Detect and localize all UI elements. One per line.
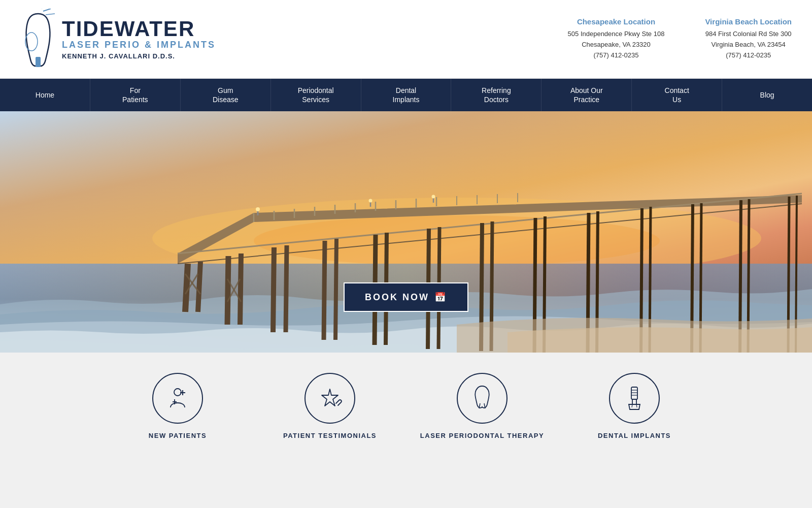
new-patients-icon-circle (152, 373, 203, 424)
book-now-button[interactable]: BOOK NOW 📅 (344, 282, 468, 312)
svg-line-20 (335, 239, 336, 340)
logo-subtitle: LASER PERIO & IMPLANTS (62, 40, 216, 51)
svg-line-1 (43, 9, 51, 11)
patient-testimonials-item[interactable]: PATIENT TESTIMONIALS (254, 373, 406, 439)
nav-gum-disease[interactable]: GumDisease (181, 79, 271, 111)
calendar-icon: 📅 (434, 292, 447, 303)
nav-home[interactable]: Home (0, 79, 90, 111)
laser-therapy-icon-circle (457, 373, 507, 424)
logo-area[interactable]: TIDEWATER LASER PERIO & IMPLANTS KENNETH… (20, 9, 216, 70)
book-now-container: BOOK NOW 📅 (344, 282, 468, 312)
nav-dental-implants[interactable]: DentalImplants (361, 79, 452, 111)
nav-contact-us[interactable]: ContactUs (632, 79, 722, 111)
book-now-label: BOOK NOW (365, 292, 429, 303)
laser-therapy-label: LASER PERIODONTAL THERAPY (420, 432, 544, 439)
tooth-laser-icon (469, 385, 495, 411)
svg-point-63 (174, 389, 181, 396)
svg-line-19 (324, 241, 325, 340)
svg-rect-0 (36, 57, 41, 67)
svg-line-13 (185, 264, 188, 312)
dental-implants-item[interactable]: DENTAL IMPLANTS (558, 373, 710, 439)
main-nav: Home ForPatients GumDisease PeriodontalS… (0, 79, 812, 111)
patient-icon (164, 385, 191, 411)
implant-icon (621, 385, 648, 411)
new-patients-label: NEW PATIENTS (149, 432, 207, 439)
nav-referring-doctors[interactable]: ReferringDoctors (451, 79, 542, 111)
chesapeake-location: Chesapeake Location 505 Independence Pkw… (568, 17, 665, 60)
va-beach-address: 984 First Colonial Rd Ste 300 Virginia B… (705, 29, 792, 60)
nav-about-practice[interactable]: About OurPractice (542, 79, 632, 111)
hero-image (0, 111, 812, 353)
site-header: TIDEWATER LASER PERIO & IMPLANTS KENNETH… (0, 0, 812, 79)
nav-periodontal-services[interactable]: PeriodontalServices (271, 79, 361, 111)
va-beach-title: Virginia Beach Location (705, 17, 792, 26)
nav-blog[interactable]: Blog (722, 79, 812, 111)
chesapeake-address: 505 Independence Pkwy Ste 108 Chesapeake… (568, 29, 665, 60)
svg-rect-75 (632, 399, 636, 404)
patient-testimonials-label: PATIENT TESTIMONIALS (283, 432, 377, 439)
svg-line-77 (636, 404, 637, 407)
svg-line-16 (240, 253, 241, 325)
svg-rect-71 (631, 387, 637, 399)
hero-section: BOOK NOW 📅 (0, 111, 812, 353)
new-patients-item[interactable]: NEW PATIENTS (101, 373, 254, 439)
chesapeake-title: Chesapeake Location (568, 17, 665, 26)
svg-line-18 (286, 245, 287, 332)
va-beach-location: Virginia Beach Location 984 First Coloni… (705, 17, 792, 60)
locations: Chesapeake Location 505 Independence Pkw… (568, 17, 792, 60)
logo-icon (20, 9, 56, 70)
svg-line-14 (198, 262, 200, 312)
svg-line-15 (227, 256, 228, 325)
logo-name: KENNETH J. CAVALLARI D.D.S. (62, 52, 216, 60)
bottom-icons-section: NEW PATIENTS PATIENT TESTIMONIALS LASER … (0, 353, 812, 455)
star-testimonials-icon (317, 385, 343, 411)
svg-line-76 (632, 404, 632, 407)
logo-text: TIDEWATER LASER PERIO & IMPLANTS KENNETH… (62, 18, 216, 60)
svg-point-46 (369, 199, 373, 203)
svg-line-17 (273, 247, 274, 332)
svg-point-48 (432, 195, 435, 199)
logo-title: TIDEWATER (62, 18, 216, 40)
laser-therapy-item[interactable]: LASER PERIODONTAL THERAPY (406, 373, 558, 439)
svg-point-44 (256, 207, 260, 211)
nav-for-patients[interactable]: ForPatients (90, 79, 181, 111)
dental-implants-icon-circle (609, 373, 660, 424)
svg-line-2 (46, 14, 55, 15)
dental-implants-label: DENTAL IMPLANTS (598, 432, 671, 439)
patient-testimonials-icon-circle (304, 373, 355, 424)
